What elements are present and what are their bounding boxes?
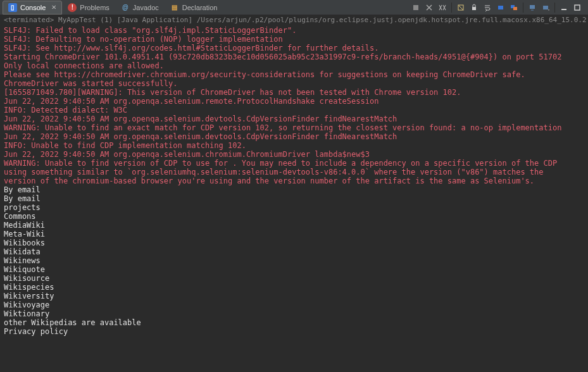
view-tab-bar: ▯ Console ✕ ! Problems @ Javadoc ▤ Decla… — [0, 0, 588, 15]
svg-rect-3 — [498, 6, 503, 9]
problems-icon: ! — [68, 3, 77, 12]
console-line: By email — [4, 185, 584, 194]
console-line: ChromeDriver was started successfully. — [4, 79, 584, 88]
status-name: MyAppTest (1) [Java Application] — [58, 16, 192, 24]
svg-rect-9 — [575, 5, 580, 10]
tab-label: Console — [20, 4, 46, 11]
toolbar-separator — [451, 3, 452, 13]
toolbar-separator — [523, 3, 523, 13]
console-line: By email — [4, 194, 584, 203]
console-line: Jun 22, 2022 9:40:50 AM org.openqa.selen… — [4, 150, 584, 159]
tab-console[interactable]: ▯ Console ✕ — [3, 1, 62, 15]
console-line: version of the chromium-based browser yo… — [4, 177, 584, 185]
console-line: Wikisource — [4, 274, 584, 283]
pin-console-button[interactable] — [508, 2, 520, 13]
svg-rect-7 — [543, 6, 548, 9]
minimize-button[interactable] — [558, 2, 570, 13]
remove-all-button[interactable] — [437, 2, 448, 13]
console-toolbar — [410, 2, 585, 13]
console-status-line: <terminated> MyAppTest (1) [Java Applica… — [0, 15, 588, 25]
console-line: MediaWiki — [4, 221, 584, 230]
remove-launch-button[interactable] — [423, 2, 435, 13]
console-line: Jun 22, 2022 9:40:50 AM org.openqa.selen… — [4, 97, 584, 106]
tab-declaration[interactable]: ▤ Declaration — [165, 1, 223, 15]
show-console-button[interactable] — [495, 2, 506, 13]
tab-label: Javadoc — [133, 4, 159, 11]
console-line: Wikiversity — [4, 292, 584, 301]
status-prefix: <terminated> — [4, 16, 54, 24]
console-line: Wikispecies — [4, 283, 584, 292]
status-path: /Users/arjun/.p2/pool/plugins/org.eclips… — [197, 16, 588, 24]
console-line: SLF4J: Failed to load class "org.slf4j.i… — [4, 26, 584, 35]
console-line: projects — [4, 203, 584, 212]
svg-rect-6 — [530, 5, 535, 9]
console-line: Wikiquote — [4, 265, 584, 274]
console-line: Wikibooks — [4, 239, 584, 247]
svg-rect-8 — [561, 9, 566, 10]
tab-problems[interactable]: ! Problems — [62, 1, 115, 15]
display-selected-button[interactable] — [527, 2, 538, 13]
console-line: Jun 22, 2022 9:40:50 AM org.openqa.selen… — [4, 115, 584, 123]
console-line: Meta-Wiki — [4, 230, 584, 239]
console-line: WARNING: Unable to find version of CDP t… — [4, 159, 584, 168]
console-line: SLF4J: See http://www.slf4j.org/codes.ht… — [4, 44, 584, 53]
javadoc-icon: @ — [121, 3, 130, 12]
console-line: Only local connections are allowed. — [4, 61, 584, 70]
console-line: INFO: Detected dialect: W3C — [4, 106, 584, 115]
console-line: Wikivoyage — [4, 301, 584, 309]
close-icon[interactable]: ✕ — [51, 4, 56, 11]
maximize-button[interactable] — [572, 2, 583, 13]
toolbar-separator — [554, 3, 555, 13]
console-line: Jun 22, 2022 9:40:50 AM org.openqa.selen… — [4, 132, 584, 141]
console-line: other Wikipedias are available — [4, 318, 584, 327]
svg-rect-5 — [513, 7, 517, 10]
tab-label: Declaration — [182, 4, 218, 11]
console-line: Wikinews — [4, 256, 584, 265]
console-line: Starting ChromeDriver 101.0.4951.41 (93c… — [4, 53, 584, 61]
console-icon: ▯ — [8, 3, 17, 12]
svg-rect-0 — [413, 5, 418, 10]
console-line: INFO: Unable to find CDP implementation … — [4, 141, 584, 150]
word-wrap-button[interactable] — [482, 2, 493, 13]
open-console-button[interactable] — [540, 2, 551, 13]
console-line: Wiktionary — [4, 309, 584, 318]
view-tabs: ▯ Console ✕ ! Problems @ Javadoc ▤ Decla… — [3, 1, 223, 15]
console-line: [1655871049.780][WARNING]: This version … — [4, 88, 584, 97]
console-line: Commons — [4, 212, 584, 221]
console-line: Privacy policy — [4, 327, 584, 336]
console-output[interactable]: SLF4J: Failed to load class "org.slf4j.i… — [0, 25, 588, 372]
tab-javadoc[interactable]: @ Javadoc — [115, 1, 165, 15]
console-line: WARNING: Unable to find an exact match f… — [4, 123, 584, 132]
terminate-button[interactable] — [410, 2, 422, 13]
console-line: Wikidata — [4, 247, 584, 256]
console-line: SLF4J: Defaulting to no-operation (NOP) … — [4, 35, 584, 44]
declaration-icon: ▤ — [170, 3, 179, 12]
console-line: using something similar to `org.selenium… — [4, 168, 584, 177]
clear-console-button[interactable] — [455, 2, 466, 13]
console-line: Please see https://chromedriver.chromium… — [4, 70, 584, 79]
tab-label: Problems — [80, 4, 109, 11]
scroll-lock-button[interactable] — [468, 2, 480, 13]
svg-rect-2 — [472, 7, 476, 10]
